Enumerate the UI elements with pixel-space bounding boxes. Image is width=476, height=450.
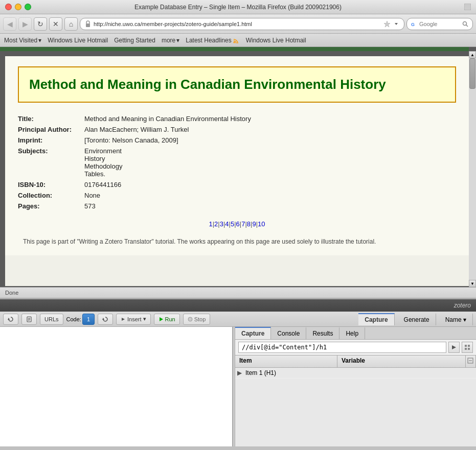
browser-toolbar: ◀ ▶ ↻ ✕ ⌂ G xyxy=(0,14,476,34)
result-row-1: ▶ Item 1 (H1) xyxy=(235,368,476,378)
meta-value-collection: None xyxy=(84,192,100,199)
new-doc-icon xyxy=(26,316,32,322)
page-frame: Method and Meaning in Canadian Environme… xyxy=(5,56,469,286)
stop-button[interactable]: ✕ xyxy=(49,17,62,31)
bookmark-latest-headlines[interactable]: Latest Headlines xyxy=(186,37,239,44)
status-text: Done xyxy=(5,290,18,296)
zotero-panel: zotero URLs Code: 1 xyxy=(0,298,476,446)
google-icon: G xyxy=(411,21,417,27)
bookmark-star-icon[interactable] xyxy=(383,20,391,28)
page-link-8[interactable]: 8 xyxy=(247,220,251,228)
window-controls[interactable] xyxy=(5,4,31,10)
svg-rect-0 xyxy=(464,4,471,10)
svg-marker-13 xyxy=(102,318,104,320)
code-section: Code: 1 xyxy=(66,314,95,325)
result-expand-arrow[interactable]: ▶ xyxy=(235,369,243,376)
meta-row-pages: Pages: 573 xyxy=(18,202,456,210)
meta-value-subjects: Environment History Methodology Tables. xyxy=(84,147,122,178)
home-button[interactable]: ⌂ xyxy=(64,17,78,31)
zotero-new-button[interactable] xyxy=(21,314,37,325)
code-label: Code: xyxy=(66,316,81,322)
ztab-generate-right[interactable]: Generate xyxy=(398,313,436,325)
close-button[interactable] xyxy=(5,4,12,10)
search-icon[interactable] xyxy=(462,21,468,27)
bookmark-hotmail-1[interactable]: Windows Live Hotmail xyxy=(48,37,108,44)
xpath-input[interactable] xyxy=(238,342,446,353)
browser-content: Method and Meaning in Canadian Environme… xyxy=(0,47,476,287)
zotero-refresh-button[interactable] xyxy=(3,314,18,325)
zotero-run-button[interactable]: Run xyxy=(154,314,180,325)
url-input[interactable] xyxy=(94,21,381,27)
urls-label: URLs xyxy=(44,316,59,322)
subject-environment: Environment xyxy=(84,147,122,155)
rss-icon xyxy=(233,37,240,44)
col-item: Item xyxy=(235,356,337,367)
svg-rect-18 xyxy=(465,345,467,347)
meta-row-subjects: Subjects: Environment History Methodolog… xyxy=(18,147,456,178)
bookmark-more[interactable]: more ▾ xyxy=(162,37,179,44)
scroll-thumb[interactable] xyxy=(469,58,475,89)
scroll-track[interactable] xyxy=(469,58,476,280)
zotero-refresh-code-button[interactable] xyxy=(98,314,113,325)
zotero-stop-button[interactable]: Stop xyxy=(183,314,211,325)
code-editor[interactable] xyxy=(0,327,232,446)
ztab-results[interactable]: Results xyxy=(306,327,339,339)
meta-label-subjects: Subjects: xyxy=(18,147,84,178)
page-link-1[interactable]: 1 xyxy=(209,220,212,228)
col-variable: Variable xyxy=(337,356,466,367)
code-number-button[interactable]: 1 xyxy=(82,314,95,325)
col-icon xyxy=(466,356,476,367)
collapse-icon[interactable] xyxy=(467,357,474,364)
page-link-10[interactable]: 10 xyxy=(258,220,265,228)
page-scrollbar[interactable]: ▲ ▼ xyxy=(469,51,476,287)
svg-rect-21 xyxy=(468,348,470,350)
results-body: ▶ Item 1 (H1) xyxy=(235,368,476,446)
search-input[interactable] xyxy=(419,21,460,27)
address-bar xyxy=(80,18,404,30)
search-bar: G xyxy=(406,18,473,30)
lock-icon xyxy=(84,20,92,28)
page-content: Method and Meaning in Canadian Environme… xyxy=(5,56,469,255)
ztab-help[interactable]: Help xyxy=(339,327,365,339)
page-title: Method and Meaning in Canadian Environme… xyxy=(29,77,445,92)
zotero-right-panel: Capture Console Results Help xyxy=(235,327,476,446)
back-button[interactable]: ◀ xyxy=(3,17,16,31)
bookmark-most-visited[interactable]: Most Visited ▾ xyxy=(4,37,41,44)
meta-row-title: Title: Method and Meaning in Canadian En… xyxy=(18,115,456,123)
title-bar: Example Database Entry – Single Item – M… xyxy=(0,0,476,14)
page-link-3[interactable]: 3 xyxy=(220,220,223,228)
bookmark-getting-started[interactable]: Getting Started xyxy=(114,37,155,44)
meta-value-isbn: 0176441166 xyxy=(84,181,121,188)
insert-label: Insert xyxy=(127,316,142,322)
svg-line-6 xyxy=(466,25,468,27)
forward-button[interactable]: ▶ xyxy=(18,17,32,31)
bookmark-hotmail-2[interactable]: Windows Live Hotmail xyxy=(246,37,306,44)
ztab-name-right[interactable]: Name ▾ xyxy=(439,313,473,325)
dropdown-arrow-icon[interactable] xyxy=(393,20,400,28)
zotero-insert-button[interactable]: Insert ▾ xyxy=(116,314,151,325)
scroll-up-arrow[interactable]: ▲ xyxy=(469,51,476,58)
scroll-down-arrow[interactable]: ▼ xyxy=(469,280,476,287)
maximize-button[interactable] xyxy=(25,4,31,10)
page-link-6[interactable]: 6 xyxy=(236,220,240,228)
ztab-console[interactable]: Console xyxy=(271,327,306,339)
ztab-capture[interactable]: Capture xyxy=(235,327,271,339)
ztab-capture-right[interactable]: Capture xyxy=(358,313,394,325)
xpath-submit-button[interactable] xyxy=(448,342,460,353)
result-item-name: Item 1 (H1) xyxy=(243,369,476,376)
insert-arrow: ▾ xyxy=(143,316,146,322)
zotero-header: zotero xyxy=(0,299,476,312)
meta-label-imprint: Imprint: xyxy=(18,136,84,144)
window-title: Example Database Entry – Single Item – M… xyxy=(134,4,342,11)
pagination: 1|2|3|4|5|6|7|8|9|10 xyxy=(18,220,456,228)
page-link-9[interactable]: 9 xyxy=(252,220,256,228)
xpath-options-button[interactable] xyxy=(462,342,473,353)
meta-row-isbn: ISBN-10: 0176441166 xyxy=(18,181,456,188)
page-link-4[interactable]: 4 xyxy=(225,220,229,228)
meta-value-imprint: [Toronto: Nelson Canada, 2009] xyxy=(84,136,178,144)
zotero-toolbar: URLs Code: 1 Insert ▾ Run xyxy=(0,312,476,327)
minimize-button[interactable] xyxy=(15,4,21,10)
reload-button[interactable]: ↻ xyxy=(34,17,47,31)
zotero-urls-button[interactable]: URLs xyxy=(40,314,63,325)
metadata-table: Title: Method and Meaning in Canadian En… xyxy=(18,115,456,210)
